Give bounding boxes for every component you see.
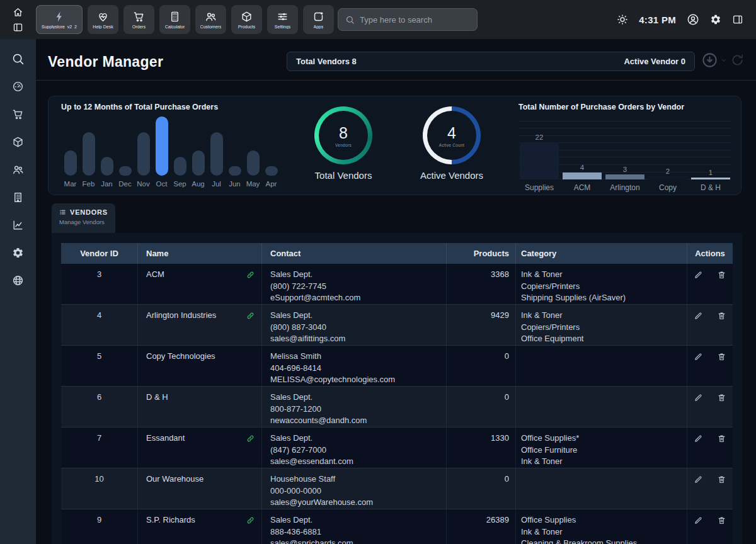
vendor-category-cell [515, 387, 687, 427]
app-tile-products[interactable]: Products [231, 5, 262, 34]
vendor-name-cell: ACM [137, 264, 261, 304]
table-row: 9S.P. RichardsSales Dept.888-436-6881sal… [61, 509, 733, 544]
link-icon[interactable] [246, 434, 255, 443]
sidebar-item-settings[interactable] [0, 239, 36, 266]
edit-vendor-button[interactable] [694, 434, 703, 443]
delete-vendor-button[interactable] [717, 393, 726, 402]
home-icon[interactable] [13, 7, 23, 18]
layout-panel-icon[interactable] [13, 22, 23, 33]
vendor-products-cell: 0 [446, 346, 515, 386]
vendor-id-cell: 9 [61, 509, 137, 544]
tab-vendors[interactable]: VENDORS Manage Vendors [52, 203, 115, 233]
edit-vendor-button[interactable] [694, 311, 703, 320]
app-tile-calculator[interactable]: Calculator [159, 5, 190, 34]
total-vendors-title: Total Vendors [315, 170, 372, 181]
app-tile-supplystore-v2-2[interactable]: Supplystore_v2_2 [36, 5, 83, 34]
sidebar-item-web[interactable] [0, 266, 36, 294]
sidebar-item-products[interactable] [0, 128, 36, 156]
global-search[interactable] [338, 8, 478, 31]
link-icon[interactable] [246, 311, 255, 320]
app-tile-label: Customers [200, 25, 222, 29]
sidebar-item-orders[interactable] [0, 100, 36, 128]
edit-vendor-button[interactable] [694, 475, 703, 484]
vendor-category-cell: Ink & TonerCopiers/PrintersOffice Equipm… [515, 305, 687, 345]
products-box-icon [241, 11, 253, 23]
download-button[interactable] [701, 52, 718, 69]
active-vendor-label: Active Vendor 0 [624, 57, 685, 66]
vendor-summary-bar: Total Vendors 8 Active Vendor 0 [287, 52, 695, 71]
vendor-products-cell: 1330 [446, 428, 515, 468]
vendor-name: Copy Technologies [146, 351, 215, 361]
active-vendors-ring: 4 Active Count [423, 106, 481, 164]
month-label: Jan [98, 180, 116, 188]
sidebar-toggle-icon[interactable] [732, 14, 743, 25]
search-icon [345, 15, 355, 25]
link-icon[interactable] [246, 516, 255, 525]
edit-vendor-button[interactable] [694, 352, 703, 361]
edit-vendor-button[interactable] [694, 270, 703, 280]
vendor-contact-cell: Sales Dept.(847) 627-7000sales@essendant… [261, 428, 446, 468]
chevron-down-icon[interactable] [721, 57, 727, 64]
list-icon [59, 208, 66, 216]
gear-icon[interactable] [710, 14, 721, 25]
vendor-products-cell: 26389 [446, 509, 515, 544]
delete-vendor-button[interactable] [717, 352, 726, 361]
vendor-actions-cell [687, 468, 733, 509]
user-avatar-icon[interactable] [687, 13, 699, 26]
delete-vendor-button[interactable] [717, 475, 726, 484]
app-tile-settings[interactable]: Settings [267, 5, 298, 34]
month-label: Jul [207, 180, 226, 188]
column-header-id: Vendor ID [61, 243, 137, 264]
month-bar-dec [116, 166, 134, 176]
vendor-actions-cell [687, 264, 733, 304]
sidebar-item-analytics[interactable] [0, 211, 36, 239]
vendor-bar-acm: 4 [563, 164, 602, 179]
active-vendors-value: 4 [447, 124, 456, 142]
delete-vendor-button[interactable] [717, 516, 726, 525]
edit-vendor-button[interactable] [694, 516, 703, 525]
month-bar-aug [189, 150, 207, 176]
vendor-category-cell: Ink & TonerCopiers/PrintersShipping Supp… [515, 264, 687, 304]
theme-sun-icon[interactable] [617, 14, 628, 25]
link-icon[interactable] [246, 270, 255, 280]
column-header-actions: Actions [687, 243, 733, 264]
vendor-id-cell: 5 [61, 346, 137, 386]
help-desk-icon [97, 11, 109, 23]
vendor-bar-arlington: 3 [605, 166, 644, 179]
vendor-name: Essandant [146, 433, 185, 443]
monthly-bars [61, 116, 295, 176]
sidebar-item-search[interactable] [0, 45, 36, 72]
sidebar-item-company[interactable] [0, 183, 36, 211]
sidebar-item-dashboard[interactable] [0, 72, 36, 100]
month-bar-mar [61, 150, 79, 176]
month-bar-feb [79, 132, 98, 176]
vendor-id-cell: 10 [61, 468, 137, 509]
vendors-table-panel: Vendor IDNameContactProductsCategoryActi… [52, 233, 742, 544]
vendor-contact-cell: Househouse Staff000-000-0000sales@yourWa… [261, 468, 446, 509]
vendor-bar-copy: 2 [648, 167, 687, 179]
search-input[interactable] [360, 15, 470, 25]
vendor-name: S.P. Richards [146, 515, 195, 524]
app-tile-apps[interactable]: Apps [303, 5, 334, 34]
delete-vendor-button[interactable] [717, 311, 726, 320]
orders-cart-icon [12, 108, 24, 120]
app-tile-label: Products [238, 25, 256, 29]
app-tile-orders[interactable]: Orders [123, 5, 154, 34]
app-tile-customers[interactable]: Customers [195, 5, 226, 34]
edit-vendor-button[interactable] [694, 393, 703, 402]
total-vendors-label: Total Vendors 8 [296, 57, 357, 66]
vendors-table: Vendor IDNameContactProductsCategoryActi… [61, 243, 733, 544]
delete-vendor-button[interactable] [717, 270, 726, 280]
vendor-bars: 224321 [518, 115, 731, 179]
month-bar-oct [152, 116, 171, 176]
month-label: Jun [226, 180, 244, 188]
app-tile-help-desk[interactable]: Help Desk [88, 5, 118, 34]
vendor-name-cell: Arlington Industries [137, 305, 261, 345]
refresh-button[interactable] [730, 53, 745, 67]
vendor-chart-grid: 224321 [518, 115, 731, 179]
delete-vendor-button[interactable] [717, 434, 726, 443]
monthly-axis-labels: MarFebJanDecNovOctSepAugJulJunMayApr [61, 180, 295, 188]
table-row: 3ACMSales Dept.(800) 722-7745eSupport@ac… [61, 264, 733, 305]
vendor-contact-cell: Sales Dept.(800) 722-7745eSupport@acmtec… [261, 264, 446, 304]
sidebar-item-customers[interactable] [0, 156, 36, 183]
